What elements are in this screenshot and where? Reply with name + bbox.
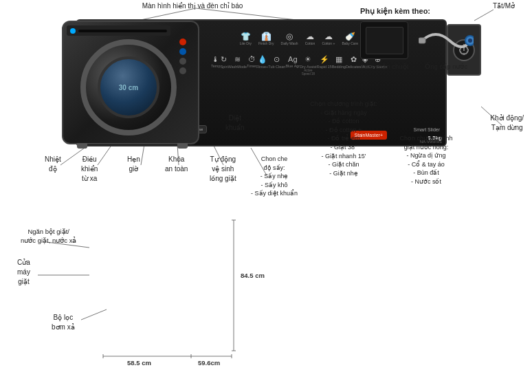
prog-icon-daily-wash: ◎ Daily Wash (281, 32, 298, 45)
hose-image (419, 21, 474, 59)
door-size-label: 30 cm (119, 84, 138, 91)
prog-dryassist[interactable]: ☀ Dry Assist ActiveSpeed 38 (300, 55, 316, 76)
machine-body: 30 cm (62, 21, 199, 144)
mat-image (360, 21, 408, 59)
prog-bedding[interactable]: ▦ Bedding (332, 55, 346, 69)
dim-59-6: 59.6cm (198, 359, 220, 367)
ctrl-dot-gray2 (179, 67, 186, 74)
led-blue (70, 28, 76, 34)
prog-rapid15[interactable]: ⚡ Rapid 15 (317, 55, 332, 69)
dim-84-5: 84.5 cm (241, 272, 265, 279)
annotation-ngan-bot: Ngăn bột giặt/ nước giặt, nước xả (21, 227, 76, 246)
prog-icon-lite-dry: 👕 Lite Dry (240, 32, 252, 45)
machine-door-inner: 30 cm (98, 56, 159, 118)
accessories-title: Phụ kiện kèm theo: (360, 7, 518, 16)
prog-rinse[interactable]: 💧 Rinse+ (256, 55, 268, 69)
ctrl-dot-blue (179, 48, 186, 55)
acc-hose: Ống cấp nước (419, 21, 474, 70)
top-control-strip (67, 25, 170, 36)
display-strip (78, 30, 167, 32)
hose-label: Ống cấp nước (425, 63, 467, 70)
foot-left (77, 143, 87, 149)
prog-icon-finish-dry: 👔 Finish Dry (258, 32, 274, 45)
svg-line-18 (81, 309, 107, 320)
prog-delicates[interactable]: ✿ Delicates (346, 55, 362, 69)
svg-rect-29 (419, 38, 425, 43)
prog-timer[interactable]: ⏱ Timer (247, 55, 256, 68)
mat-graphic (366, 27, 403, 54)
acc-mat: Tấm chặn chuột (360, 21, 408, 70)
main-container: Màn hình hiển thị và đèn chỉ báo Tắt/Mở … (0, 0, 532, 392)
prog-icon-cotton-plus: ☁ Cotton + (322, 32, 335, 45)
prog-icon-cotton: ☁ Cotton (305, 32, 315, 45)
machine-container: 30 cm (41, 7, 234, 165)
annotation-chon-che: Chon che độ sấy: - Sấy nhẹ - Sấy khô - S… (251, 155, 298, 198)
ctrl-dot-gray1 (179, 58, 186, 65)
prog-tubclean[interactable]: ⊙ Tub Clean (268, 55, 285, 69)
mat-label: Tấm chặn chuột (360, 63, 408, 70)
machine-door: 30 cm (80, 39, 177, 135)
foot-right (177, 143, 188, 149)
machine-controls (174, 36, 191, 77)
annotation-cua-may: Cửa máy giặt (17, 258, 30, 287)
dim-58-5: 58.5 cm (127, 359, 151, 367)
accessories-items: Tấm chặn chuột Ống cấp nước (360, 21, 518, 70)
svg-point-28 (468, 39, 472, 43)
prog-blueagr[interactable]: Ag Blue Agr (285, 55, 300, 68)
ctrl-dot-red (179, 39, 186, 45)
hose-svg (419, 21, 474, 59)
annotation-bo-loc: Bộ lọc bơm xả (52, 313, 75, 332)
accessories-section: Phụ kiện kèm theo: Tấm chặn chuột (360, 7, 518, 144)
program-row2: 🌡 Temp ↻ Spin ≋ WashMode ⏱ Timer 💧 R (211, 55, 366, 76)
prog-icon-baby-care: 🍼 Baby Care (342, 32, 358, 45)
